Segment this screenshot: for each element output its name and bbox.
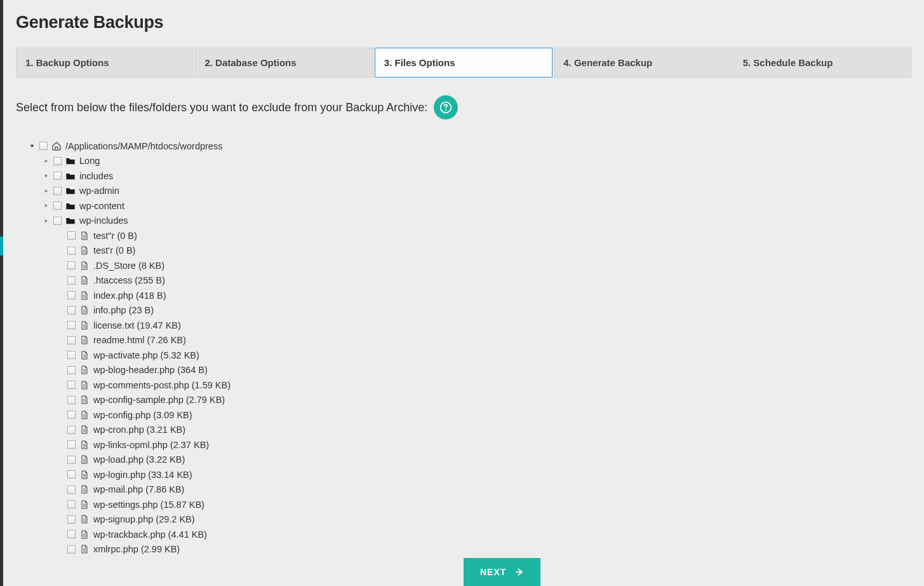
- collapse-toggle[interactable]: [29, 142, 36, 149]
- tree-row: wp-admin: [29, 184, 911, 199]
- checkbox[interactable]: [67, 530, 76, 538]
- checkbox[interactable]: [67, 231, 76, 240]
- checkbox[interactable]: [53, 201, 62, 210]
- expand-toggle[interactable]: [43, 217, 50, 224]
- file-icon: [79, 425, 90, 435]
- file-icon: [79, 380, 90, 390]
- tab-step-2[interactable]: 2. Database Options: [195, 48, 373, 78]
- tab-step-4[interactable]: 4. Generate Backup: [554, 48, 732, 78]
- expand-toggle[interactable]: [43, 158, 50, 165]
- file-icon: [79, 305, 90, 315]
- tree-row: wp-load.php (3.22 KB): [29, 453, 911, 468]
- checkbox[interactable]: [67, 456, 76, 464]
- expand-toggle[interactable]: [43, 202, 50, 209]
- folder-label[interactable]: wp-admin: [79, 186, 119, 196]
- tab-step-1[interactable]: 1. Backup Options: [16, 48, 194, 78]
- file-label[interactable]: wp-activate.php (5.32 KB): [93, 350, 199, 360]
- folder-label[interactable]: wp-content: [79, 201, 124, 211]
- checkbox[interactable]: [67, 306, 76, 315]
- file-label[interactable]: wp-mail.php (7.86 KB): [93, 484, 184, 494]
- instruction-text: Select from below the files/folders you …: [16, 101, 427, 114]
- checkbox[interactable]: [67, 411, 76, 419]
- checkbox[interactable]: [67, 396, 76, 404]
- tree-row: includes: [29, 168, 911, 184]
- checkbox[interactable]: [53, 217, 62, 225]
- tree-row: wp-trackback.php (4.41 KB): [29, 527, 911, 542]
- file-label[interactable]: wp-login.php (33.14 KB): [93, 470, 192, 480]
- expand-toggle[interactable]: [43, 172, 50, 179]
- file-label[interactable]: wp-settings.php (15.87 KB): [93, 500, 204, 510]
- wizard-tabs: 1. Backup Options2. Database Options3. F…: [16, 48, 911, 78]
- file-tree: /Applications/MAMP/htdocs/wordpressLongi…: [16, 139, 911, 557]
- file-label[interactable]: wp-comments-post.php (1.59 KB): [93, 380, 231, 390]
- checkbox[interactable]: [67, 291, 76, 299]
- file-icon: [79, 231, 90, 241]
- checkbox[interactable]: [67, 470, 76, 479]
- checkbox[interactable]: [67, 247, 76, 255]
- tree-root-label[interactable]: /Applications/MAMP/htdocs/wordpress: [65, 141, 222, 151]
- file-label[interactable]: wp-config.php (3.09 KB): [93, 410, 192, 420]
- checkbox[interactable]: [67, 486, 76, 494]
- file-label[interactable]: .DS_Store (8 KB): [93, 261, 164, 271]
- checkbox[interactable]: [67, 381, 76, 389]
- folder-label[interactable]: wp-includes: [79, 215, 128, 226]
- file-label[interactable]: wp-links-opml.php (2.37 KB): [93, 440, 209, 450]
- tab-step-3[interactable]: 3. Files Options: [375, 48, 552, 78]
- file-label[interactable]: test"r (0 B): [93, 231, 137, 241]
- file-icon: [79, 320, 90, 330]
- help-icon: [439, 101, 452, 114]
- checkbox[interactable]: [67, 351, 76, 359]
- checkbox[interactable]: [67, 336, 76, 344]
- next-button[interactable]: NEXT: [464, 558, 540, 586]
- next-button-label: NEXT: [480, 567, 506, 577]
- file-label[interactable]: .htaccess (255 B): [93, 275, 165, 285]
- file-label[interactable]: index.php (418 B): [93, 290, 166, 301]
- checkbox[interactable]: [39, 142, 48, 150]
- checkbox[interactable]: [67, 366, 76, 374]
- expand-toggle[interactable]: [43, 187, 50, 194]
- folder-label[interactable]: Long: [79, 156, 100, 166]
- help-button[interactable]: [434, 95, 458, 119]
- file-label[interactable]: wp-trackback.php (4.41 KB): [93, 529, 207, 540]
- checkbox[interactable]: [67, 515, 76, 524]
- checkbox[interactable]: [67, 426, 76, 434]
- checkbox[interactable]: [53, 157, 62, 165]
- checkbox[interactable]: [67, 440, 76, 449]
- file-label[interactable]: info.php (23 B): [93, 305, 154, 315]
- file-label[interactable]: readme.html (7.26 KB): [93, 335, 186, 345]
- checkbox[interactable]: [67, 276, 76, 285]
- file-label[interactable]: wp-signup.php (29.2 KB): [93, 514, 195, 524]
- folder-icon: [65, 215, 76, 226]
- checkbox[interactable]: [53, 172, 62, 180]
- checkbox[interactable]: [67, 545, 76, 554]
- file-label[interactable]: license.txt (19.47 KB): [93, 320, 181, 330]
- tree-row: wp-signup.php (29.2 KB): [29, 512, 911, 528]
- checkbox[interactable]: [67, 261, 76, 269]
- tree-row: wp-comments-post.php (1.59 KB): [29, 378, 911, 393]
- checkbox[interactable]: [53, 187, 62, 195]
- file-icon: [79, 454, 90, 465]
- folder-label[interactable]: includes: [79, 171, 113, 181]
- file-icon: [79, 365, 90, 375]
- checkbox[interactable]: [67, 500, 76, 508]
- file-icon: [79, 514, 90, 524]
- page-title: Generate Backups: [16, 13, 911, 32]
- tab-step-5[interactable]: 5. Schedule Backup: [733, 48, 911, 78]
- tree-row: wp-settings.php (15.87 KB): [29, 497, 911, 512]
- file-icon: [79, 410, 90, 420]
- file-icon: [79, 290, 90, 301]
- tree-row: wp-login.php (33.14 KB): [29, 467, 911, 482]
- checkbox[interactable]: [67, 321, 76, 329]
- tree-row: wp-blog-header.php (364 B): [29, 363, 911, 378]
- file-label[interactable]: test'r (0 B): [93, 245, 135, 256]
- file-label[interactable]: xmlrpc.php (2.99 KB): [93, 544, 180, 554]
- file-icon: [79, 245, 90, 256]
- folder-icon: [65, 186, 76, 196]
- tree-row: wp-includes: [29, 214, 911, 229]
- tree-row: .htaccess (255 B): [29, 273, 911, 289]
- file-label[interactable]: wp-cron.php (3.21 KB): [93, 425, 185, 435]
- file-icon: [79, 500, 90, 510]
- file-label[interactable]: wp-config-sample.php (2.79 KB): [93, 395, 225, 405]
- file-label[interactable]: wp-load.php (3.22 KB): [93, 454, 185, 465]
- file-label[interactable]: wp-blog-header.php (364 B): [93, 365, 208, 375]
